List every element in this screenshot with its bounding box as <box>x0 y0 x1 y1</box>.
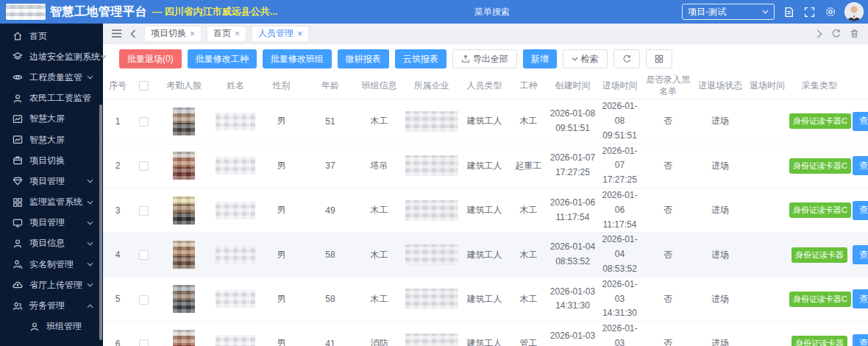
sidebar-item[interactable]: 边坡安全监测系统 <box>0 46 103 67</box>
table-row[interactable]: 5男58木工建筑工人木工2026-01-0314:31:302026-01-03… <box>103 277 868 321</box>
sidebar-item[interactable]: 省厅上传管理 <box>0 275 103 295</box>
select-all-checkbox[interactable] <box>139 81 149 91</box>
batch-edit-trade-button[interactable]: 批量修改工种 <box>188 49 257 68</box>
row-checkbox[interactable] <box>139 250 149 260</box>
view-button[interactable]: 查 <box>853 245 868 264</box>
collection-type-badge[interactable]: 身份证读卡器C <box>789 113 851 129</box>
gear-icon[interactable] <box>824 6 836 18</box>
sidebar-scrollbar[interactable] <box>99 105 102 340</box>
name-blurred <box>216 335 255 346</box>
chevron-down-icon <box>87 179 93 183</box>
user-avatar[interactable] <box>844 2 864 21</box>
cell-status: 进场 <box>694 144 747 188</box>
menu-search-link[interactable]: 菜单搜索 <box>474 0 510 24</box>
sidebar-item-label: 智慧大屏 <box>29 134 65 146</box>
close-icon[interactable]: × <box>190 29 195 39</box>
trash-icon[interactable] <box>850 29 859 38</box>
project-select-dropdown[interactable]: 项目-测试 <box>682 4 775 20</box>
collection-type-badge[interactable]: 身份证读卡器 <box>791 247 847 263</box>
yunzhu-report-button[interactable]: 云筑报表 <box>395 49 447 68</box>
cell-team: 木工 <box>355 277 403 321</box>
useredit-icon <box>13 259 23 269</box>
search-toggle-button[interactable]: 检索 <box>563 49 608 68</box>
sidebar-item[interactable]: 首页 <box>0 26 103 46</box>
sidebar-item[interactable]: 实名制管理 <box>0 254 103 275</box>
cell-face-photo <box>154 99 213 144</box>
row-checkbox[interactable] <box>139 161 149 171</box>
chevron-left-icon[interactable] <box>130 29 136 38</box>
view-button[interactable]: 查 <box>853 156 868 175</box>
cell-collection-type: 身份证读卡器C <box>788 188 851 232</box>
tab-personnel[interactable]: 人员管理 × <box>252 26 309 42</box>
sidebar-item[interactable]: 项目信息 <box>0 233 103 254</box>
collection-type-badge[interactable]: 身份证读卡器 <box>791 336 847 346</box>
sidebar-item[interactable]: 项目管理 <box>0 171 103 191</box>
column-settings-button[interactable] <box>646 49 672 68</box>
name-blurred <box>216 157 255 174</box>
layers-icon <box>13 52 23 62</box>
cell-status: 进场 <box>694 188 747 232</box>
sidebar-item[interactable]: 项目切换 <box>0 150 103 171</box>
tab-home[interactable]: 首页 × <box>207 26 246 42</box>
sidebar-item-label: 智慧大屏 <box>29 113 65 125</box>
document-icon[interactable] <box>783 6 795 18</box>
row-checkbox[interactable] <box>139 339 149 346</box>
sidebar-item[interactable]: 工程质量监管 <box>0 67 103 88</box>
close-icon[interactable]: × <box>297 29 302 39</box>
sidebar-item-label: 监理监管系统 <box>29 196 82 208</box>
cell-trade: 起重工 <box>509 144 548 188</box>
face-photo-blurred <box>173 285 195 313</box>
view-button[interactable]: 查 <box>853 112 868 131</box>
view-button[interactable]: 查 <box>853 334 868 346</box>
chevron-right-icon[interactable] <box>817 29 822 38</box>
cell-team: 木工 <box>355 233 403 277</box>
batch-exit-button[interactable]: 批量退场(0) <box>119 49 182 68</box>
cell-age: 41 <box>305 322 355 346</box>
sidebar-item[interactable]: 监理监管系统 <box>0 192 103 213</box>
cell-created-time: 2026-01-0717:27:25 <box>548 144 597 188</box>
table-row[interactable]: 1男51木工建筑工人木工2026-01-0809:51:512026-01-08… <box>103 99 868 144</box>
sidebar-item[interactable]: 班组管理 <box>0 317 103 337</box>
collection-type-badge[interactable]: 身份证读卡器C <box>789 158 851 174</box>
view-button[interactable]: 查 <box>853 201 868 220</box>
refresh-icon[interactable] <box>831 29 841 38</box>
table-row[interactable]: 2男37塔吊建筑工人起重工2026-01-0717:27:252026-01-0… <box>103 144 868 188</box>
export-all-button[interactable]: 导出全部 <box>452 49 517 68</box>
tab-project-switch[interactable]: 项目切换 × <box>144 26 202 42</box>
home-icon <box>13 31 23 41</box>
sidebar-item[interactable]: 农民工工资监管 <box>0 88 103 109</box>
cell-team: 木工 <box>355 99 403 144</box>
view-button[interactable]: 查 <box>853 289 868 308</box>
cell-sex: 男 <box>257 188 305 232</box>
cell-seq: 6 <box>103 322 132 346</box>
table-row[interactable]: 3男49木工建筑工人木工2026-01-0611:17:542026-01-06… <box>103 188 868 232</box>
sidebar-item[interactable]: 智慧大屏 <box>0 130 103 150</box>
sidebar-item[interactable]: 项目管理 <box>0 213 103 233</box>
refresh-table-button[interactable] <box>613 49 640 68</box>
table-row[interactable]: 6男41消防建筑工人管工2026-01-0314:21:072026-01-03… <box>103 322 868 346</box>
cell-company <box>403 188 460 232</box>
column-header: 姓名 <box>213 73 257 99</box>
chart-icon <box>13 114 23 124</box>
cell-blacklist: 否 <box>642 233 694 277</box>
cell-checkbox <box>132 188 154 232</box>
sidebar-item-label: 班组管理 <box>46 320 82 333</box>
add-button[interactable]: 新增 <box>523 49 557 68</box>
cell-sex: 男 <box>257 322 305 346</box>
table-row[interactable]: 4男58木工建筑工人木工2026-01-0408:53:522026-01-04… <box>103 233 868 277</box>
row-checkbox[interactable] <box>139 117 149 127</box>
close-icon[interactable]: × <box>235 29 240 39</box>
cell-seq: 4 <box>103 233 132 277</box>
batch-edit-team-button[interactable]: 批量修改班组 <box>263 49 332 68</box>
weigeng-report-button[interactable]: 微耕报表 <box>338 49 389 68</box>
sidebar-item[interactable]: 劳务管理 <box>0 295 103 316</box>
row-checkbox[interactable] <box>139 295 149 305</box>
column-header: 进退场状态 <box>694 73 747 99</box>
fullscreen-icon[interactable] <box>803 6 816 18</box>
collection-type-badge[interactable]: 身份证读卡器C <box>789 202 851 218</box>
sidebar-item[interactable]: 智慧大屏 <box>0 109 103 130</box>
collection-type-badge[interactable]: 身份证读卡器C <box>789 292 851 307</box>
row-checkbox[interactable] <box>139 206 149 216</box>
hamburger-icon[interactable] <box>111 29 122 38</box>
sidebar-item-label: 省厅上传管理 <box>29 279 82 292</box>
